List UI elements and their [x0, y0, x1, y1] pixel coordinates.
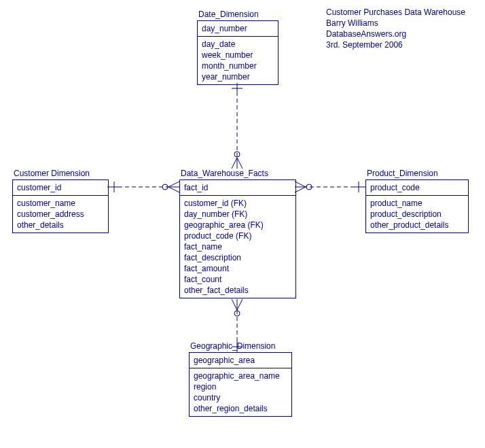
attr-field: week_number: [202, 50, 274, 61]
attr-field: fact_description: [184, 252, 291, 263]
svg-point-13: [162, 184, 168, 190]
entity-geographic-dimension: geographic_area geographic_area_name reg…: [189, 352, 292, 417]
pk-field: geographic_area: [194, 355, 287, 366]
attr-field: customer_address: [17, 209, 104, 220]
meta-date: 3rd. September 2006: [326, 39, 465, 50]
attr-field: geographic_area_name: [194, 371, 287, 381]
entity-fact: fact_id customer_id (FK) day_number (FK)…: [179, 179, 296, 298]
svg-line-18: [295, 182, 306, 187]
attr-section: day_date week_number month_number year_n…: [198, 37, 278, 84]
attr-field: year_number: [202, 71, 274, 82]
attr-field: customer_id (FK): [184, 198, 291, 209]
entity-customer-dimension: customer_id customer_name customer_addre…: [12, 179, 109, 233]
attr-field: fact_count: [184, 274, 291, 285]
entity-product-dimension: product_code product_name product_descri…: [365, 179, 469, 233]
attr-field: country: [194, 392, 287, 403]
attr-field: product_code (FK): [184, 230, 291, 241]
entity-title-fact: Data_Warehouse_Facts: [181, 169, 268, 178]
attr-section: geographic_area_name region country othe…: [190, 368, 291, 416]
attr-field: day_date: [202, 39, 274, 50]
attr-section: customer_id (FK) day_number (FK) geograp…: [180, 196, 295, 298]
pk-section: fact_id: [180, 180, 295, 196]
attr-section: customer_name customer_address other_det…: [13, 196, 108, 232]
attr-section: product_name product_description other_p…: [366, 196, 468, 232]
attr-field: region: [194, 381, 287, 392]
svg-line-25: [232, 299, 237, 310]
svg-point-6: [234, 152, 240, 157]
attr-field: month_number: [202, 61, 274, 71]
attr-field: other_product_details: [370, 220, 464, 230]
svg-point-20: [306, 184, 312, 190]
attr-field: fact_amount: [184, 263, 291, 274]
pk-section: geographic_area: [190, 353, 291, 368]
pk-field: customer_id: [17, 182, 104, 193]
svg-line-12: [168, 187, 179, 192]
attr-field: fact_name: [184, 241, 291, 252]
attr-field: geographic_area (FK): [184, 220, 291, 230]
pk-field: day_number: [202, 23, 274, 34]
pk-section: day_number: [198, 21, 278, 37]
entity-date-dimension: day_number day_date week_number month_nu…: [197, 20, 279, 85]
attr-field: product_description: [370, 209, 464, 220]
attr-field: other_region_details: [194, 403, 287, 414]
pk-section: customer_id: [13, 180, 108, 196]
meta-source: DatabaseAnswers.org: [326, 29, 465, 39]
svg-point-27: [234, 311, 240, 316]
svg-line-4: [232, 158, 237, 169]
svg-line-11: [168, 182, 179, 187]
entity-title-product-dimension: Product_Dimension: [367, 169, 438, 178]
attr-field: other_fact_details: [184, 285, 291, 296]
meta-author: Barry Williams: [326, 18, 465, 29]
diagram-meta: Customer Purchases Data Warehouse Barry …: [326, 7, 465, 50]
meta-title: Customer Purchases Data Warehouse: [326, 7, 465, 18]
svg-line-26: [237, 299, 242, 310]
attr-field: customer_name: [17, 198, 104, 209]
pk-section: product_code: [366, 180, 468, 196]
attr-field: day_number (FK): [184, 209, 291, 220]
attr-field: other_details: [17, 220, 104, 230]
entity-title-geographic-dimension: Geographic_Dimension: [190, 341, 275, 351]
entity-title-date-dimension: Date_Dimension: [198, 10, 259, 19]
entity-title-customer-dimension: Customer Dimension: [14, 169, 90, 178]
attr-field: product_name: [370, 198, 464, 209]
svg-line-5: [237, 158, 242, 169]
pk-field: fact_id: [184, 182, 291, 193]
pk-field: product_code: [370, 182, 464, 193]
svg-line-19: [295, 187, 306, 192]
